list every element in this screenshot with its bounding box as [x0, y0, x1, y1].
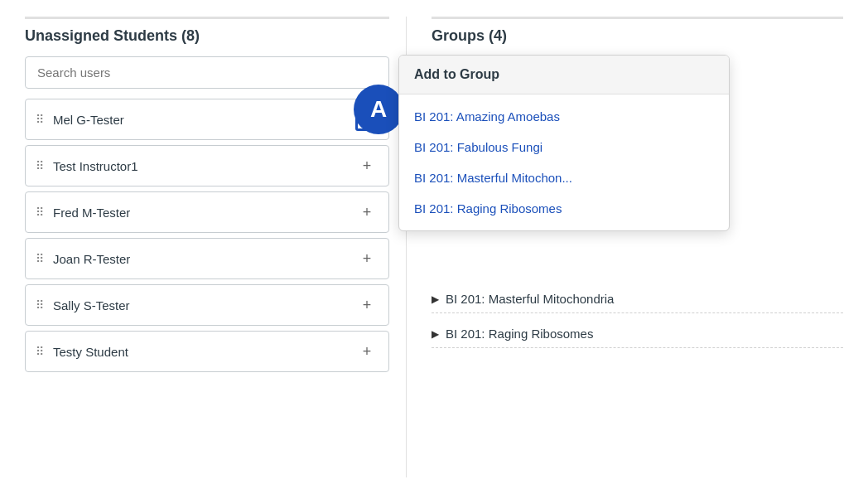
- top-divider-right: [432, 17, 843, 19]
- dropdown-item-amazing-amoebas[interactable]: BI 201: Amazing Amoebas: [399, 101, 729, 132]
- student-name-joan: Joan R-Tester: [53, 252, 355, 266]
- student-name-instructor1: Test Instructor1: [53, 159, 355, 173]
- student-row-fred[interactable]: ⠿ Fred M-Tester +: [25, 191, 389, 233]
- group-arrow-raging: ▶: [432, 328, 439, 340]
- student-row-sally[interactable]: ⠿ Sally S-Tester +: [25, 284, 389, 326]
- dropdown-item-raging-ribosomes[interactable]: BI 201: Raging Ribosomes: [399, 193, 729, 224]
- search-input-wrapper: [25, 56, 389, 89]
- student-list: ⠿ Mel G-Tester + A ⠿ Test Instructor1 + …: [25, 99, 389, 372]
- student-name-mel: Mel G-Tester: [53, 113, 355, 127]
- student-row-instructor1[interactable]: ⠿ Test Instructor1 +: [25, 145, 389, 186]
- group-name-raging: BI 201: Raging Ribosomes: [446, 327, 593, 341]
- add-to-group-button-joan[interactable]: +: [355, 247, 379, 270]
- right-panel-title: Groups (4): [432, 27, 843, 45]
- student-name-fred: Fred M-Tester: [53, 206, 355, 220]
- dropdown-item-masterful-mitochon[interactable]: BI 201: Masterful Mitochon...: [399, 162, 729, 193]
- drag-handle-mel: ⠿: [36, 113, 45, 126]
- right-panel: Groups (4) Add to Group BI 201: Amazing …: [406, 17, 843, 477]
- left-panel: Unassigned Students (8) ⠿ Mel G-Tester +…: [25, 17, 406, 477]
- add-to-group-button-testy[interactable]: +: [355, 340, 379, 363]
- drag-handle-testy: ⠿: [36, 345, 45, 358]
- group-row-masterful[interactable]: ▶ BI 201: Masterful Mitochondria: [432, 285, 843, 313]
- top-divider: [25, 17, 389, 19]
- drag-handle-instructor1: ⠿: [36, 159, 45, 172]
- add-to-group-dropdown: Add to Group BI 201: Amazing Amoebas BI …: [398, 55, 730, 231]
- drag-handle-joan: ⠿: [36, 252, 45, 265]
- add-to-group-button-instructor1[interactable]: +: [355, 154, 379, 177]
- dropdown-header: Add to Group: [399, 56, 729, 94]
- group-name-masterful: BI 201: Masterful Mitochondria: [446, 292, 614, 306]
- student-name-testy: Testy Student: [53, 345, 355, 359]
- drag-handle-fred: ⠿: [36, 206, 45, 219]
- group-list: ▶ BI 201: Masterful Mitochondria ▶ BI 20…: [432, 285, 843, 348]
- left-panel-title: Unassigned Students (8): [25, 27, 389, 45]
- add-to-group-button-sally[interactable]: +: [355, 293, 379, 317]
- add-to-group-button-fred[interactable]: +: [355, 201, 379, 224]
- dropdown-items-list: BI 201: Amazing Amoebas BI 201: Fabulous…: [399, 94, 729, 230]
- dropdown-item-fabulous-fungi[interactable]: BI 201: Fabulous Fungi: [399, 132, 729, 162]
- student-row-testy[interactable]: ⠿ Testy Student +: [25, 331, 389, 372]
- student-name-sally: Sally S-Tester: [53, 298, 355, 312]
- search-input[interactable]: [25, 56, 389, 89]
- avatar-letter: A: [370, 96, 387, 123]
- group-arrow-masterful: ▶: [432, 293, 439, 305]
- student-row-joan[interactable]: ⠿ Joan R-Tester +: [25, 238, 389, 279]
- student-row-mel[interactable]: ⠿ Mel G-Tester + A: [25, 99, 389, 140]
- group-row-raging[interactable]: ▶ BI 201: Raging Ribosomes: [432, 320, 843, 348]
- drag-handle-sally: ⠿: [36, 298, 45, 312]
- avatar-circle: A: [354, 85, 403, 134]
